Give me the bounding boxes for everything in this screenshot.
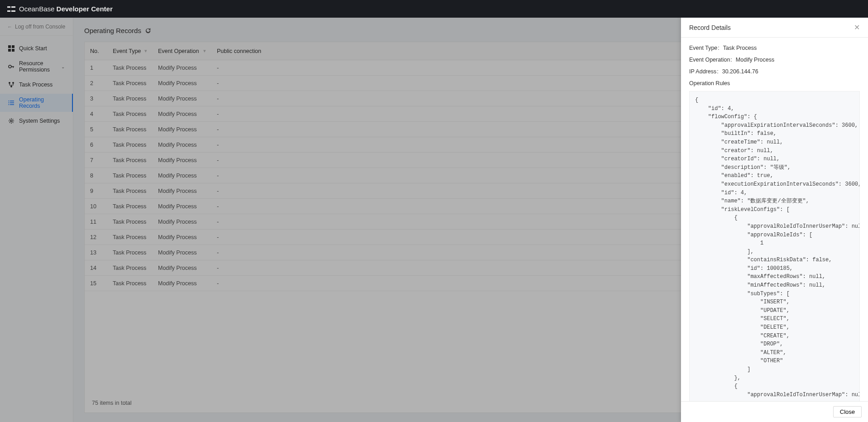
svg-rect-1 (7, 10, 10, 12)
record-details-drawer: Record Details ✕ Event Type Task Process… (681, 18, 868, 422)
svg-rect-2 (11, 6, 15, 8)
field-label: Event Operation (689, 57, 733, 63)
svg-rect-3 (11, 10, 15, 12)
close-button[interactable]: Close (833, 406, 862, 417)
logo-icon (7, 5, 15, 13)
field-label: Operation Rules (689, 80, 730, 86)
drawer-body: Event Type Task Process Event Operation … (681, 38, 868, 401)
field-label: IP Address (689, 68, 719, 75)
field-value: 30.206.144.76 (722, 68, 758, 75)
field-event-operation: Event Operation Modify Process (689, 57, 860, 63)
drawer-footer: Close (681, 401, 868, 422)
field-operation-rules: Operation Rules (689, 80, 860, 86)
field-event-type: Event Type Task Process (689, 45, 860, 51)
svg-rect-0 (7, 6, 10, 8)
field-value: Task Process (723, 45, 757, 51)
field-label: Event Type (689, 45, 720, 51)
field-value: Modify Process (736, 57, 774, 63)
app-logo: OceanBase Developer Center (7, 5, 113, 13)
brand-a: OceanBase (19, 5, 54, 13)
drawer-title: Record Details (689, 24, 731, 31)
app-header: OceanBase Developer Center (0, 0, 868, 18)
drawer-header: Record Details ✕ (681, 18, 868, 38)
field-ip-address: IP Address 30.206.144.76 (689, 68, 860, 75)
logo-text: OceanBase Developer Center (19, 5, 113, 13)
brand-b: Developer Center (57, 5, 113, 13)
close-icon[interactable]: ✕ (854, 23, 860, 32)
operation-rules-code: { "id": 4, "flowConfig": { "approvalExpi… (689, 91, 860, 401)
